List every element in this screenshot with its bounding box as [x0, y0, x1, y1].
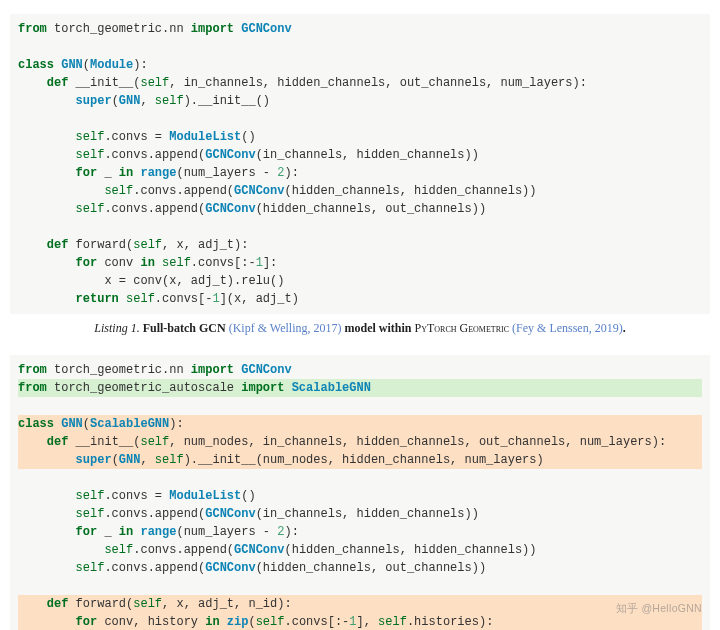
- code-line: from torch_geometric.nn import GCNConv: [18, 363, 292, 377]
- code-line: from torch_geometric.nn import GCNConv: [18, 22, 292, 36]
- code-line: for conv in self.convs[:-1]:: [18, 256, 277, 270]
- library-name: PyTorch Geometric: [414, 321, 509, 335]
- code-line: self.convs.append(GCNConv(in_channels, h…: [18, 148, 479, 162]
- code-line: super(GNN, self).__init__(): [18, 94, 270, 108]
- caption-suffix: .: [623, 321, 626, 335]
- caption-bold: Full-batch GCN: [143, 321, 226, 335]
- code-line: self.convs.append(GCNConv(hidden_channel…: [18, 561, 486, 575]
- code-line: class GNN(Module):: [18, 58, 148, 72]
- citation: (Kipf & Welling, 2017): [229, 321, 342, 335]
- code-line: def forward(self, x, adj_t, n_id):: [18, 595, 702, 613]
- listing2-code: from torch_geometric.nn import GCNConv f…: [10, 355, 710, 630]
- code-line: class GNN(ScalableGNN):: [18, 415, 702, 433]
- listing-label: Listing 1.: [94, 321, 139, 335]
- code-line: super(GNN, self).__init__(num_nodes, hid…: [18, 451, 702, 469]
- listing1-caption: Listing 1. Full-batch GCN (Kipf & Wellin…: [20, 320, 700, 337]
- caption-text: model within: [344, 321, 411, 335]
- code-line: self.convs = ModuleList(): [18, 489, 256, 503]
- code-line: def forward(self, x, adj_t):: [18, 238, 248, 252]
- code-line: return self.convs[-1](x, adj_t): [18, 292, 299, 306]
- citation: (Fey & Lenssen, 2019): [512, 321, 623, 335]
- code-line: for conv, history in zip(self.convs[:-1]…: [18, 613, 702, 630]
- code-line: x = conv(x, adj_t).relu(): [18, 274, 284, 288]
- code-line: self.convs.append(GCNConv(hidden_channel…: [18, 202, 486, 216]
- code-line: self.convs.append(GCNConv(hidden_channel…: [18, 184, 537, 198]
- code-line: for _ in range(num_layers - 2):: [18, 166, 299, 180]
- code-line: self.convs = ModuleList(): [18, 130, 256, 144]
- code-line: def __init__(self, num_nodes, in_channel…: [18, 433, 702, 451]
- code-line: def __init__(self, in_channels, hidden_c…: [18, 76, 587, 90]
- listing1-code: from torch_geometric.nn import GCNConv c…: [10, 14, 710, 314]
- code-line: self.convs.append(GCNConv(in_channels, h…: [18, 507, 479, 521]
- code-line: for _ in range(num_layers - 2):: [18, 525, 299, 539]
- code-line: from torch_geometric_autoscale import Sc…: [18, 379, 702, 397]
- code-line: self.convs.append(GCNConv(hidden_channel…: [18, 543, 537, 557]
